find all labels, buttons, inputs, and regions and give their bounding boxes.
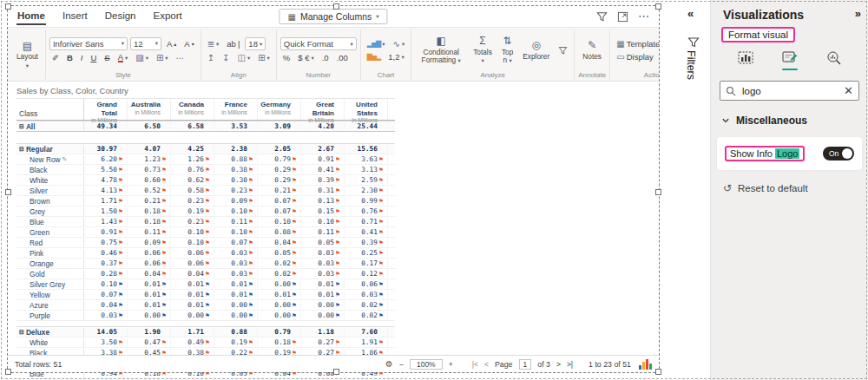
notes-button[interactable]: ✎ Notes: [579, 39, 605, 62]
value-cell[interactable]: 0.07⚑: [214, 239, 258, 246]
value-cell[interactable]: 4.13⚑: [84, 187, 128, 194]
value-cell[interactable]: 0.99⚑: [345, 197, 388, 205]
value-cell[interactable]: 0.30⚑: [214, 176, 258, 184]
value-cell[interactable]: 0.62⚑: [171, 176, 214, 184]
value-cell[interactable]: 4.07: [128, 145, 171, 153]
increase-decimal-button[interactable]: .00: [334, 52, 351, 63]
row-label[interactable]: Red: [16, 239, 84, 247]
value-cell[interactable]: 0.06⚑: [345, 280, 388, 288]
value-cell[interactable]: 0.28⚑: [84, 270, 128, 278]
value-cell[interactable]: 0.02⚑: [258, 270, 301, 278]
value-cell[interactable]: 0.38⚑: [214, 166, 258, 174]
value-cell[interactable]: 0.41⚑: [345, 228, 388, 236]
value-cell[interactable]: 0.04⚑: [258, 239, 301, 246]
row-label[interactable]: Pink: [16, 249, 84, 258]
increase-font-button[interactable]: A▴: [164, 38, 179, 49]
expand-filters-pane-icon[interactable]: «: [687, 7, 694, 20]
value-cell[interactable]: 0.15⚑: [301, 207, 345, 215]
column-header[interactable]: Canadain Millions: [171, 99, 214, 120]
value-cell[interactable]: 0.21⚑: [128, 197, 171, 205]
value-cell[interactable]: 0.10⚑: [301, 218, 345, 226]
value-cell[interactable]: 0.31⚑: [301, 187, 345, 194]
value-cell[interactable]: 0.75⚑: [84, 239, 128, 246]
value-cell[interactable]: 0.03⚑: [214, 270, 258, 278]
zoom-level[interactable]: 100%: [410, 359, 443, 370]
resize-handle[interactable]: [5, 3, 11, 10]
percent-format-button[interactable]: %: [280, 52, 293, 63]
value-cell[interactable]: 0.12⚑: [345, 270, 388, 278]
table-row[interactable]: Azure0.04⚑0.01⚑0.01⚑0.00⚑0.00⚑0.00⚑0.02⚑: [16, 300, 395, 311]
value-cell[interactable]: 0.03⚑: [345, 291, 388, 298]
row-label[interactable]: Orange: [16, 259, 84, 268]
zoom-out-button[interactable]: −: [399, 360, 404, 369]
value-cell[interactable]: 0.13⚑: [301, 197, 345, 205]
horizontal-align-button[interactable]: ≣▾: [205, 38, 222, 49]
tab-home[interactable]: Home: [16, 8, 46, 25]
value-cell[interactable]: 0.60⚑: [128, 176, 171, 184]
filters-pane-title[interactable]: Filters: [685, 50, 697, 80]
value-cell[interactable]: 0.25⚑: [345, 249, 388, 257]
value-cell[interactable]: 0.79⚑: [258, 155, 301, 163]
value-cell[interactable]: 4.78⚑: [84, 176, 128, 184]
row-label[interactable]: White: [16, 338, 84, 347]
resize-handle[interactable]: [5, 369, 11, 375]
value-cell[interactable]: 0.01⚑: [171, 280, 214, 288]
value-cell[interactable]: 49.34: [84, 122, 128, 130]
value-cell[interactable]: 0.00⚑: [171, 311, 214, 319]
table-row[interactable]: Red0.75⚑0.09⚑0.10⚑0.07⚑0.04⚑0.05⚑0.39⚑: [16, 238, 395, 248]
top-n-button[interactable]: ⇅ Top n ▾: [498, 35, 516, 66]
value-cell[interactable]: 0.05⚑: [258, 249, 301, 257]
value-cell[interactable]: 0.07⚑: [258, 197, 301, 205]
align-top-button[interactable]: ↥: [205, 52, 217, 63]
resize-handle[interactable]: [655, 3, 661, 10]
value-cell[interactable]: 2.05: [258, 145, 301, 153]
collapse-icon[interactable]: ⊟: [19, 329, 24, 336]
value-cell[interactable]: 0.04⚑: [171, 270, 214, 278]
borders-button[interactable]: ⊞▾: [154, 52, 171, 63]
value-cell[interactable]: 0.00⚑: [301, 301, 345, 309]
value-cell[interactable]: 0.05⚑: [301, 239, 345, 246]
value-cell[interactable]: 0.10⚑: [171, 239, 214, 246]
collapse-icon[interactable]: ⊟: [19, 146, 24, 153]
row-label[interactable]: White: [16, 176, 84, 185]
value-cell[interactable]: 0.07⚑: [84, 291, 128, 298]
value-cell[interactable]: 0.04⚑: [128, 270, 171, 278]
table-row[interactable]: ⊟Regular30.974.074.252.382.052.6715.56: [16, 143, 395, 154]
value-cell[interactable]: 3.13⚑: [345, 166, 388, 174]
value-cell[interactable]: 0.09⚑: [214, 197, 258, 205]
value-cell[interactable]: 0.19⚑: [214, 338, 258, 346]
value-cell[interactable]: 0.79: [258, 328, 301, 336]
value-cell[interactable]: 0.01⚑: [214, 280, 258, 288]
value-cell[interactable]: 0.01⚑: [171, 301, 214, 309]
display-button[interactable]: ▭Display: [614, 51, 656, 62]
value-cell[interactable]: 0.11⚑: [301, 228, 345, 236]
table-row[interactable]: White4.78⚑0.60⚑0.62⚑0.30⚑0.29⚑0.39⚑2.59⚑: [16, 175, 395, 186]
table-row[interactable]: Blue1.43⚑0.18⚑0.23⚑0.11⚑0.10⚑0.10⚑0.71⚑: [16, 217, 395, 227]
strikethrough-button[interactable]: S: [102, 52, 112, 63]
value-cell[interactable]: 0.03⚑: [84, 311, 128, 319]
resize-handle[interactable]: [655, 369, 661, 375]
value-cell[interactable]: 0.03⚑: [214, 259, 258, 267]
row-label[interactable]: Blue: [16, 218, 84, 226]
value-cell[interactable]: 2.67: [301, 145, 345, 153]
table-row[interactable]: New Row✎6.20⚑1.23⚑1.26⚑0.88⚑0.79⚑0.91⚑3.…: [16, 154, 395, 165]
value-cell[interactable]: 3.09: [258, 122, 301, 130]
value-cell[interactable]: 0.73⚑: [128, 166, 171, 174]
reset-to-default[interactable]: ↺ Reset to default: [723, 182, 868, 194]
value-cell[interactable]: 0.17⚑: [345, 259, 388, 267]
value-cell[interactable]: 0.01⚑: [128, 301, 171, 309]
value-cell[interactable]: 6.58: [171, 122, 214, 130]
conditional-formatting-button[interactable]: ◧ Conditional Formatting ▾: [415, 35, 467, 66]
value-cell[interactable]: 5.50⚑: [84, 166, 128, 174]
table-row[interactable]: Gold0.28⚑0.04⚑0.04⚑0.03⚑0.02⚑0.03⚑0.12⚑: [16, 269, 395, 279]
format-search-box[interactable]: ✕: [720, 81, 859, 101]
column-header[interactable]: Great Britainin Millions: [301, 99, 345, 120]
row-height-input[interactable]: 18▾: [245, 37, 266, 50]
column-header[interactable]: United Statesin Millions: [345, 99, 388, 120]
value-cell[interactable]: 0.76⚑: [345, 207, 388, 215]
collapse-icon[interactable]: ⊟: [19, 123, 24, 130]
column-header[interactable]: Germanyin Millions: [258, 99, 301, 120]
value-cell[interactable]: 0.03⚑: [214, 249, 258, 257]
row-label[interactable]: Gold: [16, 270, 84, 278]
more-options-icon[interactable]: ⋯: [638, 13, 650, 20]
